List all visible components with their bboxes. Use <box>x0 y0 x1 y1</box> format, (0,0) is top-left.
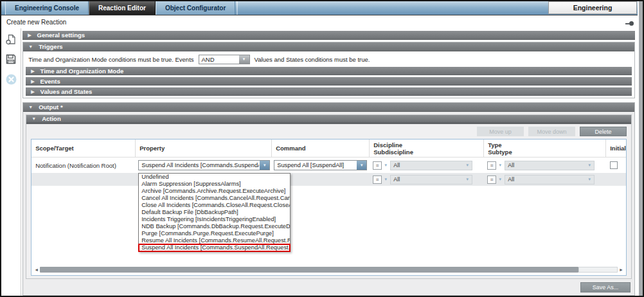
section-general-settings[interactable]: ▶ General settings <box>22 31 635 40</box>
type-combobox[interactable]: All ▼ <box>505 161 595 170</box>
subtype-cell: = ▼ All ▼ <box>484 175 606 184</box>
application-window: Engineering Console Reaction Editor Obje… <box>0 0 644 297</box>
move-down-button[interactable]: Move down <box>528 127 575 136</box>
events-operator-combobox[interactable]: AND ▼ <box>199 55 250 64</box>
section-label: Values and States <box>40 88 93 95</box>
section-label: Time and Organization Mode <box>40 68 124 75</box>
chevron-right-icon: ▶ <box>28 33 31 37</box>
move-up-button[interactable]: Move up <box>477 127 524 136</box>
section-output[interactable]: ▼ Output * <box>23 103 634 112</box>
save-as-row: Save As... <box>26 282 632 292</box>
subtype-operator-combobox[interactable]: = <box>487 176 496 184</box>
dropdown-option[interactable]: NDB Backup [Commands.DbBackup.Request.Ex… <box>139 223 290 230</box>
scope-target-cell: Notification (Notification Root) <box>31 162 136 169</box>
subdiscipline-combobox[interactable]: All ▼ <box>390 175 472 184</box>
table-row-secondary: = ▼ All ▼ = ▼ <box>31 173 626 186</box>
chevron-right-icon: ▶ <box>31 69 34 73</box>
chevron-down-icon: ▼ <box>28 105 33 109</box>
save-as-button[interactable]: Save As... <box>580 282 631 292</box>
subdiscipline-value: All <box>393 176 400 183</box>
dropdown-option[interactable]: Incidents Triggering [IsIncidentsTrigger… <box>139 216 290 223</box>
header-label: Scope/Target <box>35 145 135 152</box>
tab-reaction-editor[interactable]: Reaction Editor <box>89 1 156 15</box>
save-icon[interactable] <box>5 53 17 65</box>
top-tab-bar: Engineering Console Reaction Editor Obje… <box>1 1 643 15</box>
discipline-value: All <box>393 162 400 168</box>
discipline-operator-combobox[interactable]: = <box>373 161 382 170</box>
action-table: Scope/Target Property Command <box>31 139 627 276</box>
new-reaction-icon[interactable] <box>5 33 17 45</box>
dropdown-arrow-icon: ▼ <box>587 177 594 181</box>
action-content: Move up Move down Delete Scope/Target <box>26 124 631 276</box>
section-label: General settings <box>37 32 85 39</box>
section-label: Action <box>42 115 61 122</box>
pin-icon[interactable] <box>625 21 634 26</box>
property-combobox[interactable]: Suspend All Incidents [Commands.SuspendA… <box>138 160 270 170</box>
dropdown-option[interactable]: Close All Incidents [Commands.CloseAll.R… <box>139 202 290 209</box>
events-operator-value: AND <box>199 56 238 63</box>
type-cell: = ▼ All ▼ <box>484 161 606 170</box>
condition-text-suffix: Values and States conditions must be tru… <box>255 56 370 63</box>
subdiscipline-operator-combobox[interactable]: = <box>373 176 382 184</box>
page-title: Create new Reaction <box>6 19 66 26</box>
column-header-initial: Initial <box>606 140 626 157</box>
dropdown-option[interactable]: Cancel All Incidents [Commands.CancelAll… <box>139 195 290 202</box>
section-label: Events <box>40 78 60 85</box>
scroll-left-icon[interactable]: ◄ <box>33 266 40 273</box>
command-value: Suspend All [SuspendAll] <box>274 162 356 168</box>
initial-cell <box>606 161 626 169</box>
output-content: ▼ Action Move up Move down Delete <box>23 112 634 295</box>
section-label: Output * <box>39 104 62 111</box>
table-header-row: Scope/Target Property Command <box>31 140 626 158</box>
dropdown-arrow-icon: ▼ <box>384 163 388 167</box>
dropdown-arrow-icon: ▼ <box>498 163 502 167</box>
dropdown-arrow-icon: ▼ <box>465 163 472 167</box>
discipline-combobox[interactable]: All ▼ <box>390 161 472 170</box>
header-label: Initial <box>610 145 626 152</box>
dropdown-option[interactable]: Resume All Incidents [Commands.ResumeAll… <box>139 237 290 244</box>
tab-separator <box>237 1 238 15</box>
header-label: Command <box>276 145 369 152</box>
triggers-group: ▼ Triggers Time and Organization Mode co… <box>22 42 635 98</box>
column-header-property: Property <box>136 140 272 157</box>
subtype-value: All <box>508 176 514 183</box>
dropdown-arrow-icon: ▼ <box>465 177 472 181</box>
left-toolbar <box>1 28 21 296</box>
subtype-combobox[interactable]: All ▼ <box>505 175 595 184</box>
table-row[interactable]: Notification (Notification Root) Suspend… <box>31 158 626 173</box>
section-action[interactable]: ▼ Action <box>26 115 631 124</box>
dropdown-option[interactable]: Undefined <box>139 174 290 181</box>
column-header-command: Command <box>272 140 370 157</box>
scrollbar-thumb[interactable] <box>40 267 578 273</box>
pin-dot <box>629 21 634 26</box>
initial-checkbox[interactable] <box>610 161 618 169</box>
dropdown-option[interactable]: Purge [Commands.Purge.Request.ExecutePur… <box>139 230 290 237</box>
dropdown-option-highlighted[interactable]: Suspend All Incidents [Commands.SuspendA… <box>139 244 290 251</box>
engineering-mode-button[interactable]: Engineering <box>548 1 637 14</box>
dropdown-option[interactable]: Alarm Suppression [SuppressAlarms] <box>139 181 290 188</box>
property-dropdown-list: UndefinedAlarm Suppression [SuppressAlar… <box>138 173 291 252</box>
chevron-down-icon: ▼ <box>28 44 33 49</box>
section-values-and-states[interactable]: ▶ Values and States <box>26 87 632 96</box>
scrollbar-track[interactable] <box>578 267 618 273</box>
scroll-right-icon[interactable]: ► <box>618 266 625 273</box>
horizontal-scrollbar[interactable]: ◄ ► <box>33 266 625 274</box>
window-frame-edge <box>638 1 643 296</box>
tab-object-configurator[interactable]: Object Configurator <box>156 1 235 15</box>
section-triggers[interactable]: ▼ Triggers <box>23 42 634 51</box>
command-combobox[interactable]: Suspend All [SuspendAll] ▼ <box>274 160 367 170</box>
discipline-cell: = ▼ All ▼ <box>370 161 484 170</box>
column-header-discipline: Discipline Subdiscipline <box>370 140 484 157</box>
tab-engineering-console[interactable]: Engineering Console <box>5 1 89 15</box>
dropdown-option[interactable]: Archive [Commands.Archive.Request.Execut… <box>139 188 290 195</box>
condition-text-prefix: Time and Organization Mode conditions mu… <box>28 56 193 63</box>
dropdown-arrow-icon: ▼ <box>238 55 249 64</box>
section-time-and-organization-mode[interactable]: ▶ Time and Organization Mode <box>26 67 632 75</box>
column-header-type: Type Subtype <box>484 140 606 157</box>
header-label: Subtype <box>488 148 605 156</box>
type-operator-combobox[interactable]: = <box>487 161 496 170</box>
cancel-icon[interactable] <box>5 73 17 85</box>
delete-button[interactable]: Delete <box>580 127 627 136</box>
dropdown-option[interactable]: Default Backup File [DbBackupPath] <box>139 209 290 216</box>
section-events[interactable]: ▶ Events <box>26 77 632 86</box>
